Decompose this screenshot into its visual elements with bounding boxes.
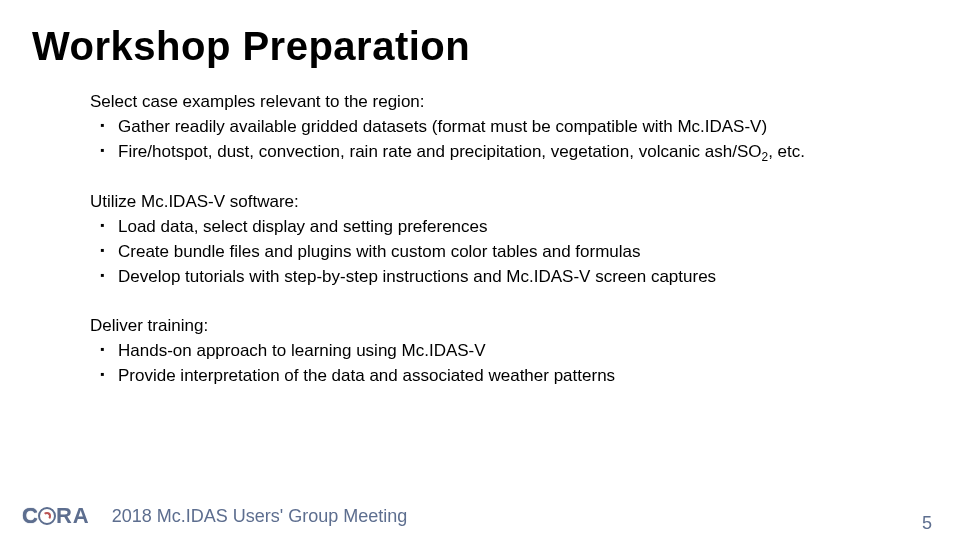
section-block: Utilize Mc.IDAS-V software: Load data, s… xyxy=(90,191,870,289)
logo-letters-ra: RA xyxy=(56,503,90,529)
cira-logo: C RA xyxy=(22,503,90,529)
bullet-list: Hands-on approach to learning using Mc.I… xyxy=(90,340,870,388)
bullet-list: Load data, select display and setting pr… xyxy=(90,216,870,289)
slide: Workshop Preparation Select case example… xyxy=(0,0,960,540)
section-block: Deliver training: Hands-on approach to l… xyxy=(90,315,870,388)
footer-text: 2018 Mc.IDAS Users' Group Meeting xyxy=(112,506,408,527)
list-item: Load data, select display and setting pr… xyxy=(118,216,870,239)
list-item: Gather readily available gridded dataset… xyxy=(118,116,870,139)
logo-swirl-icon xyxy=(38,507,56,525)
list-item: Provide interpretation of the data and a… xyxy=(118,365,870,388)
list-item: Fire/hotspot, dust, convection, rain rat… xyxy=(118,141,870,165)
bullet-list: Gather readily available gridded dataset… xyxy=(90,116,870,165)
section-lead: Select case examples relevant to the reg… xyxy=(90,91,870,114)
list-item: Develop tutorials with step-by-step inst… xyxy=(118,266,870,289)
section-lead: Deliver training: xyxy=(90,315,870,338)
list-item: Create bundle files and plugins with cus… xyxy=(118,241,870,264)
footer: C RA 2018 Mc.IDAS Users' Group Meeting 5 xyxy=(0,500,960,540)
section-block: Select case examples relevant to the reg… xyxy=(90,91,870,165)
page-title: Workshop Preparation xyxy=(32,24,870,69)
section-lead: Utilize Mc.IDAS-V software: xyxy=(90,191,870,214)
list-item: Hands-on approach to learning using Mc.I… xyxy=(118,340,870,363)
page-number: 5 xyxy=(922,513,932,534)
logo-letter-c: C xyxy=(22,503,38,529)
